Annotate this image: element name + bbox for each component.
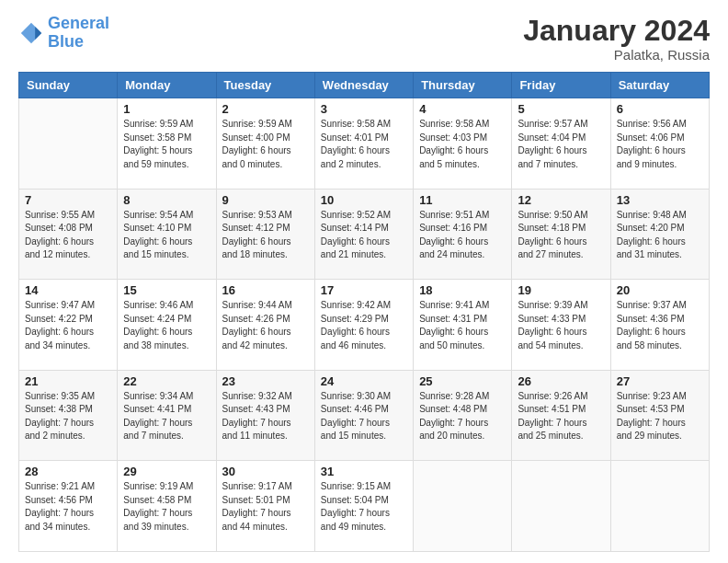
day-number: 30 xyxy=(222,465,309,478)
day-info: Sunrise: 9:54 AM Sunset: 4:10 PM Dayligh… xyxy=(123,209,210,262)
day-info: Sunrise: 9:35 AM Sunset: 4:38 PM Dayligh… xyxy=(25,390,111,443)
day-info: Sunrise: 9:57 AM Sunset: 4:04 PM Dayligh… xyxy=(518,118,604,171)
day-number: 18 xyxy=(419,283,506,297)
calendar-week-row: 14Sunrise: 9:47 AM Sunset: 4:22 PM Dayli… xyxy=(19,280,710,371)
logo-blue: Blue xyxy=(48,32,84,51)
day-number: 11 xyxy=(419,193,506,207)
calendar-cell: 2Sunrise: 9:59 AM Sunset: 4:00 PM Daylig… xyxy=(216,98,314,190)
col-friday: Friday xyxy=(512,73,610,98)
day-info: Sunrise: 9:21 AM Sunset: 4:56 PM Dayligh… xyxy=(25,480,111,534)
calendar-cell: 14Sunrise: 9:47 AM Sunset: 4:22 PM Dayli… xyxy=(19,280,118,371)
day-info: Sunrise: 9:46 AM Sunset: 4:24 PM Dayligh… xyxy=(123,299,210,352)
calendar-cell: 30Sunrise: 9:17 AM Sunset: 5:01 PM Dayli… xyxy=(216,461,314,552)
calendar-cell: 16Sunrise: 9:44 AM Sunset: 4:26 PM Dayli… xyxy=(216,280,314,371)
col-tuesday: Tuesday xyxy=(216,73,314,98)
day-info: Sunrise: 9:23 AM Sunset: 4:53 PM Dayligh… xyxy=(617,390,703,443)
day-number: 4 xyxy=(419,102,506,116)
day-info: Sunrise: 9:51 AM Sunset: 4:16 PM Dayligh… xyxy=(419,209,506,262)
calendar-cell: 15Sunrise: 9:46 AM Sunset: 4:24 PM Dayli… xyxy=(118,280,216,371)
day-number: 2 xyxy=(222,102,309,116)
day-number: 10 xyxy=(321,193,407,207)
day-info: Sunrise: 9:53 AM Sunset: 4:12 PM Dayligh… xyxy=(222,209,309,262)
col-monday: Monday xyxy=(118,73,216,98)
day-info: Sunrise: 9:55 AM Sunset: 4:08 PM Dayligh… xyxy=(25,209,111,262)
day-info: Sunrise: 9:52 AM Sunset: 4:14 PM Dayligh… xyxy=(321,209,407,262)
calendar-cell: 9Sunrise: 9:53 AM Sunset: 4:12 PM Daylig… xyxy=(216,189,314,280)
day-number: 31 xyxy=(321,465,407,478)
day-info: Sunrise: 9:58 AM Sunset: 4:03 PM Dayligh… xyxy=(419,118,506,171)
calendar-week-row: 28Sunrise: 9:21 AM Sunset: 4:56 PM Dayli… xyxy=(19,461,710,552)
day-info: Sunrise: 9:47 AM Sunset: 4:22 PM Dayligh… xyxy=(25,299,111,352)
calendar-week-row: 21Sunrise: 9:35 AM Sunset: 4:38 PM Dayli… xyxy=(19,370,710,461)
calendar-cell: 3Sunrise: 9:58 AM Sunset: 4:01 PM Daylig… xyxy=(314,98,413,190)
col-sunday: Sunday xyxy=(19,73,118,98)
subtitle: Palatka, Russia xyxy=(523,47,710,63)
day-info: Sunrise: 9:37 AM Sunset: 4:36 PM Dayligh… xyxy=(617,299,703,352)
calendar-cell: 4Sunrise: 9:58 AM Sunset: 4:03 PM Daylig… xyxy=(414,98,512,190)
page: General Blue January 2024 Palatka, Russi… xyxy=(0,0,728,563)
day-number: 13 xyxy=(617,193,703,207)
day-number: 3 xyxy=(321,102,407,116)
day-number: 22 xyxy=(123,374,210,388)
day-info: Sunrise: 9:42 AM Sunset: 4:29 PM Dayligh… xyxy=(321,299,407,352)
calendar-cell: 26Sunrise: 9:26 AM Sunset: 4:51 PM Dayli… xyxy=(512,370,610,461)
day-info: Sunrise: 9:34 AM Sunset: 4:41 PM Dayligh… xyxy=(123,390,210,443)
day-info: Sunrise: 9:56 AM Sunset: 4:06 PM Dayligh… xyxy=(617,118,703,171)
calendar-week-row: 7Sunrise: 9:55 AM Sunset: 4:08 PM Daylig… xyxy=(19,189,710,280)
day-number: 15 xyxy=(123,283,210,297)
logo: General Blue xyxy=(18,15,109,52)
calendar-table: Sunday Monday Tuesday Wednesday Thursday… xyxy=(18,72,710,552)
day-number: 29 xyxy=(123,465,210,478)
day-info: Sunrise: 9:48 AM Sunset: 4:20 PM Dayligh… xyxy=(617,209,703,262)
day-info: Sunrise: 9:19 AM Sunset: 4:58 PM Dayligh… xyxy=(123,480,210,534)
calendar-cell: 7Sunrise: 9:55 AM Sunset: 4:08 PM Daylig… xyxy=(19,189,118,280)
day-info: Sunrise: 9:30 AM Sunset: 4:46 PM Dayligh… xyxy=(321,390,407,443)
day-number: 17 xyxy=(321,283,407,297)
title-block: January 2024 Palatka, Russia xyxy=(523,15,710,63)
svg-marker-1 xyxy=(35,27,41,40)
day-number: 28 xyxy=(25,465,111,478)
day-info: Sunrise: 9:26 AM Sunset: 4:51 PM Dayligh… xyxy=(518,390,604,443)
calendar-cell: 10Sunrise: 9:52 AM Sunset: 4:14 PM Dayli… xyxy=(314,189,413,280)
main-title: January 2024 xyxy=(523,15,710,47)
day-number: 7 xyxy=(25,193,111,207)
calendar-cell xyxy=(414,461,512,552)
calendar-cell: 21Sunrise: 9:35 AM Sunset: 4:38 PM Dayli… xyxy=(19,370,118,461)
calendar-cell: 25Sunrise: 9:28 AM Sunset: 4:48 PM Dayli… xyxy=(414,370,512,461)
calendar-cell: 18Sunrise: 9:41 AM Sunset: 4:31 PM Dayli… xyxy=(414,280,512,371)
calendar-cell: 5Sunrise: 9:57 AM Sunset: 4:04 PM Daylig… xyxy=(512,98,610,190)
day-number: 24 xyxy=(321,374,407,388)
day-info: Sunrise: 9:59 AM Sunset: 3:58 PM Dayligh… xyxy=(123,118,210,171)
day-info: Sunrise: 9:50 AM Sunset: 4:18 PM Dayligh… xyxy=(518,209,604,262)
day-number: 8 xyxy=(123,193,210,207)
calendar-cell: 23Sunrise: 9:32 AM Sunset: 4:43 PM Dayli… xyxy=(216,370,314,461)
logo-icon xyxy=(18,20,44,46)
calendar-cell: 1Sunrise: 9:59 AM Sunset: 3:58 PM Daylig… xyxy=(118,98,216,190)
day-info: Sunrise: 9:28 AM Sunset: 4:48 PM Dayligh… xyxy=(419,390,506,443)
day-info: Sunrise: 9:58 AM Sunset: 4:01 PM Dayligh… xyxy=(321,118,407,171)
logo-text: General Blue xyxy=(48,15,109,52)
calendar-cell: 31Sunrise: 9:15 AM Sunset: 5:04 PM Dayli… xyxy=(314,461,413,552)
calendar-week-row: 1Sunrise: 9:59 AM Sunset: 3:58 PM Daylig… xyxy=(19,98,710,190)
calendar-cell: 29Sunrise: 9:19 AM Sunset: 4:58 PM Dayli… xyxy=(118,461,216,552)
day-info: Sunrise: 9:41 AM Sunset: 4:31 PM Dayligh… xyxy=(419,299,506,352)
day-number: 26 xyxy=(518,374,604,388)
logo-general: General xyxy=(48,14,109,32)
calendar-cell: 28Sunrise: 9:21 AM Sunset: 4:56 PM Dayli… xyxy=(19,461,118,552)
calendar-cell: 17Sunrise: 9:42 AM Sunset: 4:29 PM Dayli… xyxy=(314,280,413,371)
calendar-cell: 13Sunrise: 9:48 AM Sunset: 4:20 PM Dayli… xyxy=(610,189,709,280)
day-info: Sunrise: 9:17 AM Sunset: 5:01 PM Dayligh… xyxy=(222,480,309,534)
day-number: 23 xyxy=(222,374,309,388)
calendar-cell: 19Sunrise: 9:39 AM Sunset: 4:33 PM Dayli… xyxy=(512,280,610,371)
calendar-cell xyxy=(610,461,709,552)
calendar-cell: 27Sunrise: 9:23 AM Sunset: 4:53 PM Dayli… xyxy=(610,370,709,461)
day-number: 21 xyxy=(25,374,111,388)
calendar-cell: 20Sunrise: 9:37 AM Sunset: 4:36 PM Dayli… xyxy=(610,280,709,371)
calendar-cell: 8Sunrise: 9:54 AM Sunset: 4:10 PM Daylig… xyxy=(118,189,216,280)
calendar-header-row: Sunday Monday Tuesday Wednesday Thursday… xyxy=(19,73,710,98)
header: General Blue January 2024 Palatka, Russi… xyxy=(18,15,710,63)
day-number: 9 xyxy=(222,193,309,207)
day-number: 6 xyxy=(617,102,703,116)
day-number: 14 xyxy=(25,283,111,297)
calendar-cell: 6Sunrise: 9:56 AM Sunset: 4:06 PM Daylig… xyxy=(610,98,709,190)
